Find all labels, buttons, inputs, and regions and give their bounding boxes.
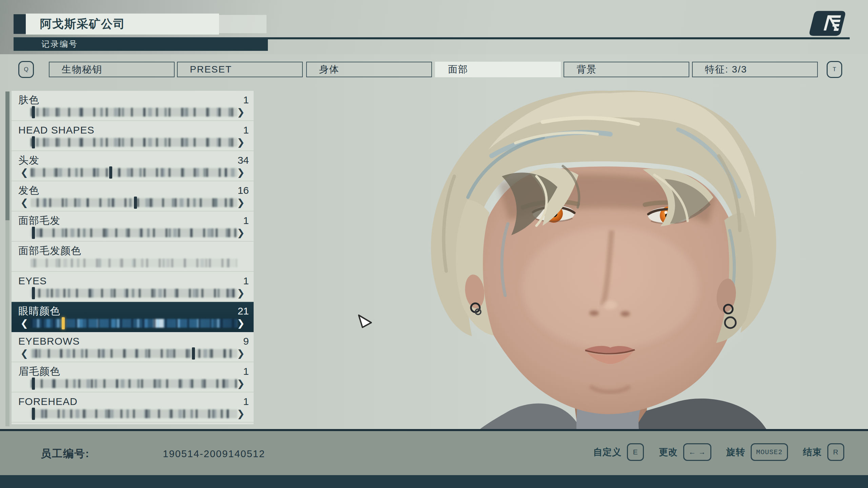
slider-row-facial-hair-color[interactable]: 面部毛发颜色 ❮ ❯ xyxy=(12,242,254,272)
slider-strip-texture xyxy=(31,289,237,298)
title-accent-block xyxy=(14,14,26,34)
slider-strip-texture xyxy=(31,168,237,177)
chevron-left-icon[interactable]: ❮ xyxy=(20,167,28,178)
slider-value: 1 xyxy=(243,215,249,226)
slider-strip[interactable] xyxy=(31,168,237,177)
tab-label: 身体 xyxy=(319,63,339,76)
slider-row-eye-color[interactable]: 眼睛颜色21 ❮ ❯ xyxy=(12,302,254,332)
slider-strip[interactable] xyxy=(31,108,237,117)
slider-tick xyxy=(32,378,35,390)
chevron-right-icon[interactable]: ❯ xyxy=(237,408,245,420)
slider-row-head-shapes[interactable]: HEAD SHAPES1 ❮ ❯ xyxy=(12,121,254,151)
tab-biometric-id[interactable]: 生物秘钥 xyxy=(49,62,175,77)
slider-strip-texture xyxy=(31,108,237,117)
chevron-left-icon[interactable]: ❮ xyxy=(20,348,28,359)
slider-strip[interactable] xyxy=(31,259,237,267)
top-header: 阿戈斯采矿公司 记录编号 xyxy=(0,0,868,54)
slider-value: 21 xyxy=(238,305,249,317)
slider-label: 眼睛颜色 xyxy=(18,304,60,318)
change-label: 更改 xyxy=(659,446,678,458)
chevron-left-icon[interactable]: ❮ xyxy=(20,197,28,208)
slider-label: 眉毛颜色 xyxy=(18,365,60,379)
chevron-right-icon[interactable]: ❯ xyxy=(237,348,245,359)
slider-value: 9 xyxy=(243,336,249,347)
tab-background[interactable]: 背景 xyxy=(564,62,689,77)
rotate-control[interactable]: 旋转 MOUSE2 xyxy=(726,443,788,461)
ae-logo-icon xyxy=(809,9,847,37)
tab-preset[interactable]: PRESET xyxy=(177,62,303,77)
slider-label: 头发 xyxy=(18,154,39,167)
slider-row-eyebrow-color[interactable]: 眉毛颜色1 ❮ ❯ xyxy=(12,362,254,392)
slider-strip[interactable] xyxy=(31,379,237,388)
slider-label: FOREHEAD xyxy=(18,396,78,407)
tab-face[interactable]: 面部 xyxy=(435,62,561,77)
key-mouse2: MOUSE2 xyxy=(751,443,788,461)
company-title-label: 阿戈斯采矿公司 xyxy=(40,16,125,32)
tab-body[interactable]: 身体 xyxy=(306,62,432,77)
record-number-bar: 记录编号 xyxy=(14,37,268,51)
tab-label: 生物秘钥 xyxy=(62,63,102,76)
slider-tick xyxy=(192,347,195,360)
record-number-label: 记录编号 xyxy=(41,39,78,49)
slider-tick xyxy=(32,136,35,148)
slider-value: 1 xyxy=(243,124,249,136)
slider-strip[interactable] xyxy=(31,138,237,147)
slider-tick xyxy=(134,197,137,209)
tab-label: PRESET xyxy=(190,64,232,75)
slider-row-skin-tone[interactable]: 肤色1 ❮ ❯ xyxy=(12,91,254,121)
slider-value: 1 xyxy=(243,366,249,377)
customize-control[interactable]: 自定义 E xyxy=(593,443,644,461)
slider-row-forehead[interactable]: FOREHEAD1 ❮ ❯ xyxy=(12,392,254,423)
next-tab-key-button[interactable]: T xyxy=(827,61,842,78)
chevron-right-icon[interactable]: ❯ xyxy=(237,378,245,389)
chevron-right-icon[interactable]: ❯ xyxy=(237,106,245,118)
slider-row-hair[interactable]: 头发34 ❮ ❯ xyxy=(12,151,254,181)
slider-strip[interactable] xyxy=(31,289,237,298)
right-nostril xyxy=(620,311,630,317)
slider-strip[interactable] xyxy=(31,409,237,418)
title-extension-block xyxy=(219,15,267,33)
slider-tick xyxy=(32,106,35,118)
tab-bar: Q 生物秘钥 PRESET 身体 面部 背景 特征: 3/3 T xyxy=(18,61,850,78)
tab-traits[interactable]: 特征: 3/3 xyxy=(692,62,818,77)
slider-strip[interactable] xyxy=(31,319,237,328)
chevron-right-icon[interactable]: ❯ xyxy=(237,197,245,208)
slider-strip[interactable] xyxy=(31,228,237,237)
slider-label: HEAD SHAPES xyxy=(18,124,94,136)
change-control[interactable]: 更改 ← → xyxy=(659,443,711,461)
finish-control[interactable]: 结束 R xyxy=(803,443,844,461)
slider-value: 1 xyxy=(243,94,249,106)
slider-label: 面部毛发颜色 xyxy=(18,244,81,258)
employee-id-value: 190514-2009140512 xyxy=(163,448,265,460)
chevron-left-icon[interactable]: ❮ xyxy=(20,318,28,329)
slider-strip[interactable] xyxy=(31,198,237,207)
chevron-right-icon[interactable]: ❯ xyxy=(237,137,245,148)
sidebar-scrollbar-thumb[interactable] xyxy=(5,92,9,220)
slider-row-facial-hair[interactable]: 面部毛发1 ❮ ❯ xyxy=(12,211,254,242)
company-title: 阿戈斯采矿公司 xyxy=(26,14,219,35)
slider-row-hair-color[interactable]: 发色16 ❮ ❯ xyxy=(12,181,254,211)
slider-row-eyebrows[interactable]: EYEBROWS9 ❮ ❯ xyxy=(12,332,254,362)
slider-label: EYES xyxy=(18,275,47,287)
sidebar-scrollbar[interactable] xyxy=(5,92,9,426)
tab-label: 特征: 3/3 xyxy=(705,63,747,76)
chevron-right-icon[interactable]: ❯ xyxy=(237,287,245,299)
slider-strip-texture xyxy=(31,228,237,237)
chevron-right-icon[interactable]: ❯ xyxy=(237,167,245,178)
slider-value: 34 xyxy=(238,155,249,166)
slider-row-eyes[interactable]: EYES1 ❮ ❯ xyxy=(12,272,254,302)
key-r: R xyxy=(827,443,844,461)
slider-strip-texture xyxy=(31,379,237,388)
key-q-label: Q xyxy=(24,66,28,73)
header-rule xyxy=(268,37,850,39)
chevron-right-icon[interactable]: ❯ xyxy=(237,318,245,329)
slider-label: 发色 xyxy=(18,184,39,198)
chevron-right-icon[interactable]: ❯ xyxy=(237,227,245,239)
mouse-cursor-icon xyxy=(357,314,372,329)
prev-tab-key-button[interactable]: Q xyxy=(18,61,34,78)
slider-strip[interactable] xyxy=(31,349,237,358)
key-t-label: T xyxy=(833,66,836,73)
customize-label: 自定义 xyxy=(593,446,622,458)
key-e: E xyxy=(627,443,644,461)
collar-left xyxy=(480,404,580,429)
